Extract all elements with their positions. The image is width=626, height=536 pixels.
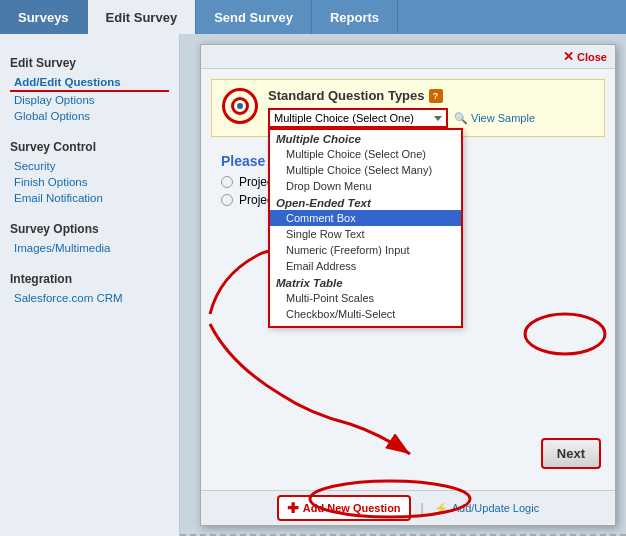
sidebar-item-add-edit-questions[interactable]: Add/Edit Questions <box>10 74 169 92</box>
project-b-radio[interactable] <box>221 194 233 206</box>
sidebar-item-images-multimedia[interactable]: Images/Multimedia <box>10 240 169 256</box>
survey-options-section-title: Survey Options <box>10 222 169 236</box>
tab-surveys[interactable]: Surveys <box>0 0 88 34</box>
sidebar-item-display-options[interactable]: Display Options <box>10 92 169 108</box>
modal-close-bar: ✕ Close <box>201 45 615 69</box>
edit-survey-section-title: Edit Survey <box>10 56 169 70</box>
option-multi-point[interactable]: Multi-Point Scales <box>270 290 461 306</box>
sidebar-item-salesforce[interactable]: Salesforce.com CRM <box>10 290 169 306</box>
category-multiple-choice: Multiple Choice <box>270 130 461 146</box>
option-multiple-choice-many[interactable]: Multiple Choice (Select Many) <box>270 162 461 178</box>
option-checkbox[interactable]: Checkbox/Multi-Select <box>270 306 461 322</box>
view-sample-button[interactable]: 🔍 View Sample <box>454 112 535 125</box>
question-type-section: Standard Question Types ? Multiple Choic… <box>211 79 605 137</box>
option-comment-box[interactable]: Comment Box <box>270 210 461 226</box>
dropdown-list[interactable]: Multiple Choice Multiple Choice (Select … <box>268 128 463 328</box>
option-multiple-choice-one[interactable]: Multiple Choice (Select One) <box>270 146 461 162</box>
separator: | <box>421 501 424 515</box>
top-nav: Surveys Edit Survey Send Survey Reports <box>0 0 626 34</box>
option-single-row[interactable]: Single Row Text <box>270 226 461 242</box>
target-icon <box>222 88 258 124</box>
category-open-ended: Open-Ended Text <box>270 194 461 210</box>
option-drop-down[interactable]: Drop Down Menu <box>270 178 461 194</box>
help-icon[interactable]: ? <box>429 89 443 103</box>
project-a-radio[interactable] <box>221 176 233 188</box>
add-update-logic-button[interactable]: ⚡ Add/Update Logic <box>434 502 539 515</box>
close-label: Close <box>577 51 607 63</box>
target-dot <box>237 103 243 109</box>
question-type-dropdown-container: Multiple Choice (Select One) Multiple Ch… <box>268 108 448 128</box>
modal-body: Standard Question Types ? Multiple Choic… <box>201 69 615 490</box>
view-sample-icon: 🔍 <box>454 112 468 125</box>
sidebar-item-security[interactable]: Security <box>10 158 169 174</box>
sidebar-item-email-notification[interactable]: Email Notification <box>10 190 169 206</box>
sidebar-item-global-options[interactable]: Global Options <box>10 108 169 124</box>
option-numeric[interactable]: Numeric (Freeform) Input <box>270 242 461 258</box>
close-button[interactable]: ✕ Close <box>563 49 607 64</box>
sidebar: Edit Survey Add/Edit Questions Display O… <box>0 34 180 536</box>
option-spreadsheet[interactable]: Spreadsheet <box>270 322 461 328</box>
question-type-controls: Standard Question Types ? Multiple Choic… <box>268 88 594 128</box>
target-outer-ring <box>222 88 258 124</box>
dropdown-arrow-icon <box>434 116 442 121</box>
main-layout: Edit Survey Add/Edit Questions Display O… <box>0 34 626 536</box>
category-matrix: Matrix Table <box>270 274 461 290</box>
next-button[interactable]: Next <box>541 438 601 469</box>
tab-send-survey[interactable]: Send Survey <box>196 0 312 34</box>
plus-icon: ✚ <box>287 500 299 516</box>
type-select-row: Multiple Choice (Select One) Multiple Ch… <box>268 108 594 128</box>
close-x-icon: ✕ <box>563 49 574 64</box>
lightning-icon: ⚡ <box>434 502 448 515</box>
tab-reports[interactable]: Reports <box>312 0 398 34</box>
add-new-question-button[interactable]: ✚ Add New Question <box>277 495 411 521</box>
action-bar: ✚ Add New Question | ⚡ Add/Update Logic <box>201 490 615 525</box>
survey-control-section-title: Survey Control <box>10 140 169 154</box>
tab-edit-survey[interactable]: Edit Survey <box>88 0 197 34</box>
integration-section-title: Integration <box>10 272 169 286</box>
target-inner-ring <box>231 97 249 115</box>
option-email-address[interactable]: Email Address <box>270 258 461 274</box>
sidebar-item-finish-options[interactable]: Finish Options <box>10 174 169 190</box>
question-type-label: Standard Question Types ? <box>268 88 594 103</box>
content-area: ✕ Close <box>180 34 626 536</box>
modal-overlay: ✕ Close <box>200 44 616 526</box>
question-type-dropdown[interactable]: Multiple Choice (Select One) <box>268 108 448 128</box>
